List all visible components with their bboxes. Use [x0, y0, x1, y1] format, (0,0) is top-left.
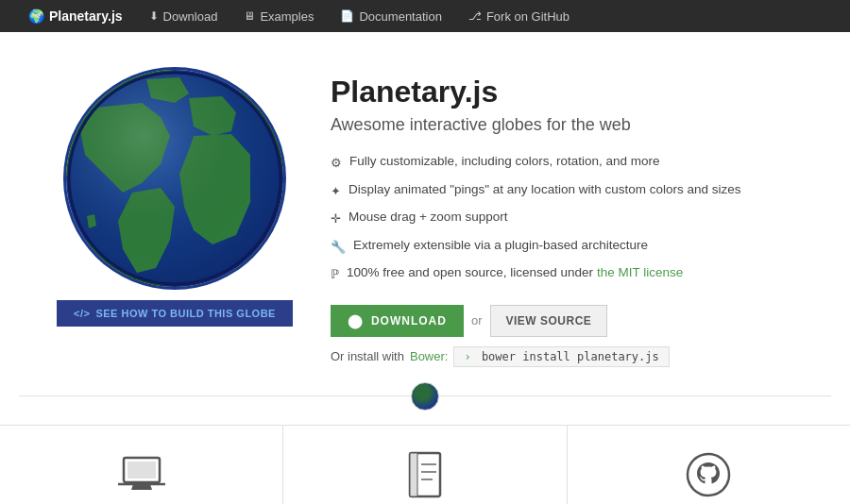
source-card[interactable]: Source Code Take a look at the source on…	[568, 426, 850, 505]
book-icon	[400, 454, 450, 496]
github-nav-icon: ⎇	[468, 9, 482, 23]
globe-container: </> SEE HOW TO BUILD THIS GLOBE	[57, 70, 293, 327]
nav-download-link[interactable]: ⬇ Download	[136, 0, 231, 32]
download-circle-icon: ⬤	[348, 313, 364, 328]
feature-item-1: ⚙ Fully customizable, including colors, …	[331, 152, 793, 173]
gear-icon: ⚙	[331, 154, 342, 173]
cards-section: Examples Check out working examples and …	[0, 425, 850, 505]
laptop-icon	[116, 454, 167, 496]
nav-examples-link[interactable]: 🖥 Examples	[230, 0, 327, 32]
monitor-nav-icon: 🖥	[244, 9, 255, 23]
cmd-chevron-icon: ›	[464, 350, 470, 363]
globe-nav-icon: 🌍	[28, 8, 44, 24]
svg-rect-7	[410, 453, 417, 496]
navbar: 🌍 Planetary.js ⬇ Download 🖥 Examples 📄 D…	[0, 0, 850, 32]
feature-item-4: 🔧 Extremely extensible via a plugin-base…	[331, 236, 793, 257]
nav-brand[interactable]: 🌍 Planetary.js	[15, 0, 136, 32]
plugin-icon: 🔧	[331, 238, 346, 257]
svg-point-11	[688, 454, 729, 496]
nav-docs-link[interactable]: 📄 Documentation	[327, 0, 454, 32]
ping-icon: ✦	[331, 182, 341, 201]
nav-github-link[interactable]: ⎇ Fork on GitHub	[455, 0, 583, 32]
github-icon	[683, 454, 734, 496]
mit-license-link[interactable]: the MIT license	[597, 265, 683, 279]
globe-divider-icon	[411, 382, 439, 411]
or-separator: or	[471, 313, 483, 328]
download-button[interactable]: ⬤ DOWNLOAD	[331, 305, 464, 337]
hero-section: </> SEE HOW TO BUILD THIS GLOBE Planetar…	[0, 32, 850, 395]
hero-title: Planetary.js	[331, 75, 793, 109]
feature-item-5: ℙ 100% free and open source, licensed un…	[331, 263, 793, 284]
divider-section	[19, 395, 831, 425]
doc-nav-icon: 📄	[340, 9, 354, 23]
code-icon: </>	[74, 308, 90, 319]
view-source-button[interactable]: VIEW SOURCE	[490, 305, 608, 337]
features-list: ⚙ Fully customizable, including colors, …	[331, 152, 793, 284]
svg-rect-5	[128, 462, 156, 479]
docs-card[interactable]: Documentation See how to install Planeta…	[283, 426, 567, 505]
action-row: ⬤ DOWNLOAD or VIEW SOURCE	[331, 305, 793, 337]
license-icon: ℙ	[331, 265, 339, 284]
download-nav-icon: ⬇	[149, 9, 159, 23]
hero-tagline: Awesome interactive globes for the web	[331, 115, 793, 135]
install-row: Or install with Bower: › bower install p…	[331, 346, 793, 367]
bower-link[interactable]: Bower:	[410, 349, 448, 363]
build-globe-button[interactable]: </> SEE HOW TO BUILD THIS GLOBE	[57, 300, 293, 327]
feature-item-2: ✦ Display animated "pings" at any locati…	[331, 180, 793, 201]
feature-item-3: ✛ Mouse drag + zoom support	[331, 208, 793, 228]
globe-visual	[66, 70, 283, 287]
drag-icon: ✛	[331, 210, 341, 228]
hero-info: Planetary.js Awesome interactive globes …	[331, 70, 793, 367]
bower-command: › bower install planetary.js	[453, 346, 669, 367]
examples-card[interactable]: Examples Check out working examples and …	[0, 426, 283, 505]
